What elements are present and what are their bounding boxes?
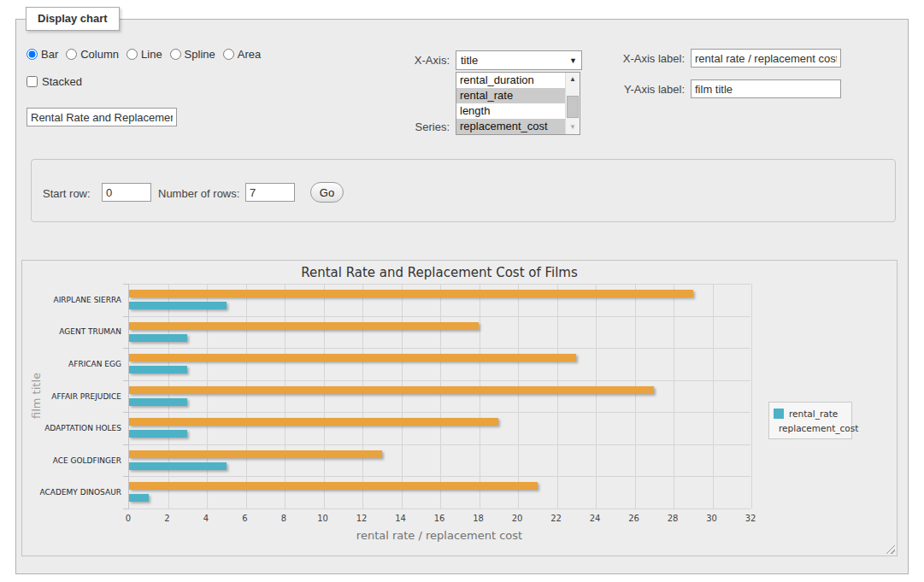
bar-replacement_cost	[129, 354, 576, 362]
x-tick-label: 14	[388, 514, 414, 523]
x-tick-label: 28	[660, 514, 686, 523]
chart-title-input[interactable]	[26, 108, 177, 126]
chart-type-label: Column	[80, 48, 119, 61]
bar-rental_rate	[129, 494, 149, 502]
category-tick	[123, 412, 129, 413]
bar-rental_rate	[129, 334, 187, 342]
x-tick-label: 24	[582, 514, 608, 523]
gridline-horizontal	[129, 348, 750, 349]
number-of-rows-label: Number of rows:	[158, 187, 239, 200]
gridline-vertical	[751, 284, 752, 509]
series-list-label: Series:	[384, 121, 450, 133]
go-button[interactable]: Go	[310, 182, 344, 203]
gridline-horizontal	[129, 284, 750, 285]
chart-type-area[interactable]: Area	[223, 48, 261, 61]
category-label: ADAPTATION HOLES	[21, 424, 121, 432]
legend-item-rental_rate[interactable]: rental_rate	[774, 406, 847, 420]
bar-rental_rate	[129, 398, 187, 406]
bar-replacement_cost	[129, 482, 538, 490]
category-label: AIRPLANE SIERRA	[21, 296, 121, 304]
bar-replacement_cost	[129, 322, 479, 330]
series-options: rental_durationrental_ratelengthreplacem…	[456, 73, 565, 134]
category-tick	[123, 509, 129, 509]
chart-type-radio-area[interactable]	[223, 49, 234, 60]
start-row-input[interactable]	[102, 183, 151, 202]
x-tick-label: 18	[466, 514, 491, 523]
category-label: ACE GOLDFINGER	[21, 456, 121, 465]
category-tick	[123, 284, 129, 285]
chart-type-spline[interactable]: Spline	[170, 48, 215, 61]
chart-legend: rental_ratereplacement_cost	[768, 402, 852, 439]
gridline-vertical	[324, 284, 325, 509]
category-tick	[123, 444, 129, 445]
chart-container: Rental Rate and Replacement Cost of Film…	[21, 260, 898, 556]
bar-rental_rate	[129, 462, 227, 470]
legend-item-replacement_cost[interactable]: replacement_cost	[774, 420, 847, 435]
legend-swatch-icon	[774, 409, 784, 419]
category-tick	[123, 380, 129, 381]
resize-handle-icon[interactable]	[886, 544, 895, 554]
gridline-vertical	[713, 284, 714, 509]
gridline-vertical	[557, 284, 558, 509]
x-tick-label: 26	[621, 514, 647, 523]
scroll-up-icon[interactable]: ▲	[566, 73, 580, 86]
x-axis-selected-value: title	[461, 54, 569, 67]
bar-replacement_cost	[129, 386, 654, 394]
series-multiselect[interactable]: rental_durationrental_ratelengthreplacem…	[456, 72, 580, 135]
chart-type-radio-spline[interactable]	[170, 49, 181, 60]
legend-label: replacement_cost	[779, 423, 858, 433]
plot-area	[128, 284, 750, 509]
x-tick-label: 16	[427, 514, 452, 523]
gridline-vertical	[285, 284, 285, 509]
chart-type-label: Spline	[185, 48, 215, 61]
legend-label: rental_rate	[789, 409, 838, 419]
gridline-vertical	[207, 284, 208, 509]
series-option-replacement_cost[interactable]: replacement_cost	[456, 119, 565, 134]
series-option-length[interactable]: length	[456, 103, 565, 119]
bar-replacement_cost	[129, 418, 498, 426]
x-tick-label: 20	[504, 514, 530, 523]
x-tick-label: 12	[349, 514, 374, 523]
gridline-horizontal	[129, 444, 750, 445]
bar-rental_rate	[129, 366, 187, 373]
scroll-thumb[interactable]	[567, 96, 579, 118]
series-option-rental_rate[interactable]: rental_rate	[456, 88, 565, 103]
chart-type-radio-bar[interactable]	[26, 49, 38, 60]
category-tick	[123, 316, 129, 317]
y-axis-label-input[interactable]	[691, 79, 841, 98]
display-chart-panel: Display chart BarColumnLineSplineArea St…	[15, 19, 909, 574]
panel-title: Display chart	[26, 7, 120, 31]
x-tick-label: 2	[155, 514, 180, 523]
gridline-horizontal	[129, 316, 750, 317]
x-tick-label: 8	[271, 514, 297, 523]
category-label: ACADEMY DINOSAUR	[21, 488, 121, 497]
chart-type-bar[interactable]: Bar	[26, 48, 58, 61]
stacked-checkbox-row[interactable]: Stacked	[26, 75, 82, 88]
chart-type-radio-column[interactable]	[66, 49, 77, 60]
series-scrollbar[interactable]: ▲ ▼	[565, 73, 580, 134]
x-tick-label: 32	[738, 514, 763, 523]
x-axis-label-input[interactable]	[691, 49, 841, 68]
x-tick-label: 4	[193, 514, 219, 523]
x-axis-label-label: X-Axis label:	[606, 52, 685, 65]
x-axis-select[interactable]: title ▼	[456, 50, 582, 70]
gridline-vertical	[168, 284, 169, 509]
start-row-label: Start row:	[43, 187, 91, 200]
gridline-vertical	[402, 284, 403, 509]
row-controls-panel: Start row: Number of rows: Go	[31, 159, 896, 222]
chart-type-radio-line[interactable]	[127, 49, 138, 60]
chart-type-column[interactable]: Column	[66, 48, 119, 61]
gridline-vertical	[674, 284, 674, 509]
gridline-horizontal	[129, 412, 750, 413]
bar-replacement_cost	[129, 450, 382, 458]
chart-type-line[interactable]: Line	[127, 48, 162, 61]
page: Display chart BarColumnLineSplineArea St…	[0, 0, 924, 582]
stacked-checkbox[interactable]	[26, 76, 38, 87]
category-label: AFRICAN EGG	[21, 360, 121, 368]
scroll-down-icon[interactable]: ▼	[566, 121, 580, 134]
bar-rental_rate	[129, 302, 227, 309]
number-of-rows-input[interactable]	[245, 183, 295, 202]
gridline-vertical	[596, 284, 597, 509]
gridline-vertical	[480, 284, 480, 509]
series-option-rental_duration[interactable]: rental_duration	[456, 73, 565, 88]
